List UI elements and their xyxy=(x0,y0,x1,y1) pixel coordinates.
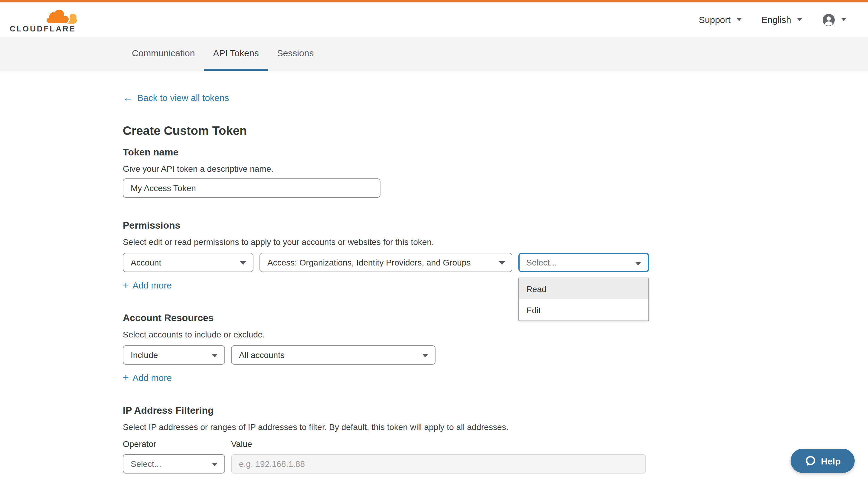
value-label: Value xyxy=(231,439,252,449)
permission-level-select[interactable]: Select... xyxy=(518,253,649,272)
ip-value-input[interactable] xyxy=(231,454,646,474)
chevron-down-icon xyxy=(212,463,218,466)
tab-api-tokens[interactable]: API Tokens xyxy=(204,37,268,71)
token-name-input[interactable] xyxy=(123,179,380,198)
add-permission-label: Add more xyxy=(132,280,172,290)
account-resources-description: Select accounts to include or exclude. xyxy=(123,329,868,340)
brand-accent-bar xyxy=(0,0,868,2)
chevron-down-icon xyxy=(737,18,742,21)
ip-filtering-section: IP Address Filtering Select IP addresses… xyxy=(123,405,868,474)
chevron-down-icon xyxy=(212,354,218,357)
cloudflare-cloud-icon xyxy=(45,8,76,24)
language-menu-label: English xyxy=(762,14,791,25)
resource-selection-value: All accounts xyxy=(239,350,285,360)
token-name-description: Give your API token a descriptive name. xyxy=(123,163,868,174)
permission-level-wrap: Select... Read Edit xyxy=(518,253,649,272)
permission-level-menu: Read Edit xyxy=(518,278,649,321)
ip-filtering-description: Select IP addresses or ranges of IP addr… xyxy=(123,421,868,432)
main-content: ← Back to view all tokens Create Custom … xyxy=(0,71,868,474)
chevron-down-icon xyxy=(797,18,802,21)
page-title: Create Custom Token xyxy=(123,124,868,138)
ip-filtering-row: Select... xyxy=(123,454,868,474)
chevron-down-icon xyxy=(635,262,641,265)
tab-communication[interactable]: Communication xyxy=(123,37,204,71)
chat-bubble-icon xyxy=(805,455,816,467)
permission-scope-select[interactable]: Account xyxy=(123,253,253,272)
permission-scope-value: Account xyxy=(131,258,161,267)
chevron-down-icon xyxy=(422,354,428,357)
tab-label: Communication xyxy=(132,48,195,58)
language-menu[interactable]: English xyxy=(762,14,802,25)
permissions-section: Permissions Select edit or read permissi… xyxy=(123,220,868,290)
chevron-down-icon xyxy=(841,18,846,21)
account-resources-heading: Account Resources xyxy=(123,312,868,324)
ip-filtering-labels: Operator Value xyxy=(123,439,868,449)
add-account-resource-link[interactable]: + Add more xyxy=(123,373,172,383)
permission-resource-value: Access: Organizations, Identity Provider… xyxy=(267,258,471,267)
cloudflare-wordmark: CLOUDFLARE xyxy=(10,25,76,32)
help-button[interactable]: Help xyxy=(790,449,855,473)
resource-mode-select[interactable]: Include xyxy=(123,345,225,365)
account-resources-row: Include All accounts xyxy=(123,345,868,365)
permission-level-placeholder: Select... xyxy=(526,258,557,267)
permission-resource-select[interactable]: Access: Organizations, Identity Provider… xyxy=(259,253,512,272)
add-account-resource-label: Add more xyxy=(132,373,172,383)
resource-mode-value: Include xyxy=(131,350,158,360)
resource-selection-select[interactable]: All accounts xyxy=(231,345,435,365)
token-name-section: Token name Give your API token a descrip… xyxy=(123,147,868,198)
header-nav: Support English xyxy=(699,13,846,26)
plus-icon: + xyxy=(123,281,129,290)
permissions-description: Select edit or read permissions to apply… xyxy=(123,236,868,247)
header: CLOUDFLARE Support English xyxy=(0,2,868,37)
ip-filtering-heading: IP Address Filtering xyxy=(123,405,868,417)
tab-label: API Tokens xyxy=(213,48,258,58)
support-menu[interactable]: Support xyxy=(699,14,742,25)
tab-sessions[interactable]: Sessions xyxy=(268,37,323,71)
operator-label: Operator xyxy=(123,439,231,449)
app-root: CLOUDFLARE Support English Com xyxy=(0,0,868,482)
ip-operator-select[interactable]: Select... xyxy=(123,454,225,474)
back-link[interactable]: ← Back to view all tokens xyxy=(123,93,229,103)
support-menu-label: Support xyxy=(699,14,731,25)
tab-label: Sessions xyxy=(277,48,314,58)
user-avatar-icon xyxy=(822,13,835,26)
cloudflare-logo[interactable]: CLOUDFLARE xyxy=(10,8,76,32)
left-arrow-icon: ← xyxy=(123,93,133,102)
ip-operator-placeholder: Select... xyxy=(131,459,161,469)
token-name-heading: Token name xyxy=(123,147,868,158)
add-permission-link[interactable]: + Add more xyxy=(123,280,172,290)
back-link-label: Back to view all tokens xyxy=(137,93,229,103)
permissions-heading: Permissions xyxy=(123,220,868,232)
chevron-down-icon xyxy=(240,261,246,265)
help-button-label: Help xyxy=(821,456,840,466)
menu-option-read[interactable]: Read xyxy=(519,278,648,299)
menu-option-edit[interactable]: Edit xyxy=(519,299,648,321)
plus-icon: + xyxy=(123,373,129,382)
permissions-row: Account Access: Organizations, Identity … xyxy=(123,253,868,272)
chevron-down-icon xyxy=(499,261,505,265)
account-menu[interactable] xyxy=(822,13,846,26)
tab-bar: Communication API Tokens Sessions xyxy=(0,37,868,71)
account-resources-section: Account Resources Select accounts to inc… xyxy=(123,312,868,383)
